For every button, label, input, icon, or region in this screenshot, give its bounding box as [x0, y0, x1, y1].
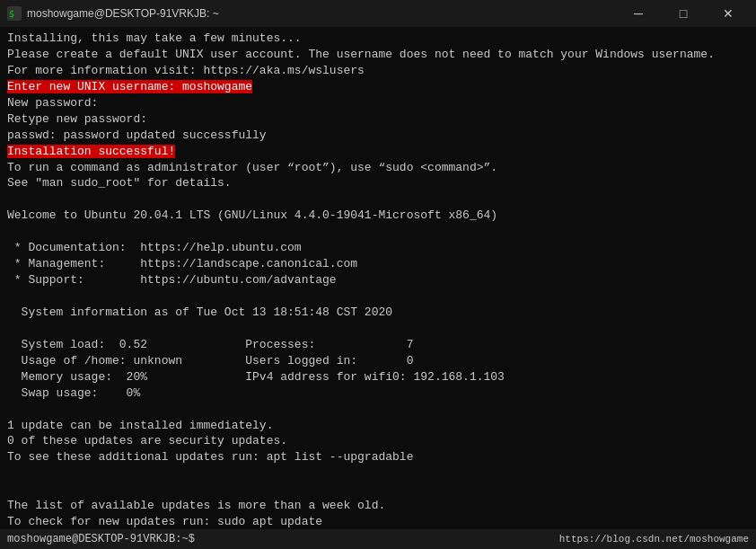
- bottom-bar: moshowgame@DESKTOP-91VRKJB:~$ https://bl…: [0, 529, 756, 549]
- terminal-line: Welcome to Ubuntu 20.04.1 LTS (GNU/Linux…: [7, 208, 749, 224]
- close-button[interactable]: ✕: [708, 0, 749, 27]
- terminal-line: Usage of /home: unknown Users logged in:…: [7, 353, 749, 369]
- terminal-line: * Management: https://landscape.canonica…: [7, 256, 749, 272]
- terminal-line: See "man sudo_root" for details.: [7, 175, 749, 191]
- terminal-line: passwd: password updated successfully: [7, 128, 749, 144]
- terminal-line: [7, 288, 749, 305]
- terminal-line: [7, 224, 749, 240]
- svg-text:$: $: [9, 9, 14, 19]
- terminal-line: * Support: https://ubuntu.com/advantage: [7, 272, 749, 288]
- terminal-window: $ moshowgame@DESKTOP-91VRKJB: ~ ─ □ ✕ In…: [0, 0, 756, 549]
- minimize-button[interactable]: ─: [618, 0, 659, 27]
- terminal-line: [7, 321, 749, 337]
- terminal-line: Memory usage: 20% IPv4 address for wifi0…: [7, 369, 749, 385]
- terminal-icon: $: [7, 6, 22, 21]
- terminal-line: 1 update can be installed immediately.: [7, 418, 749, 434]
- terminal-line: Please create a default UNIX user accoun…: [7, 47, 749, 63]
- titlebar-controls: ─ □ ✕: [618, 0, 749, 27]
- terminal-line: [7, 191, 749, 208]
- terminal-line: Installing, this may take a few minutes.…: [7, 31, 749, 47]
- terminal-line: [7, 482, 749, 498]
- bottom-prompt: moshowgame@DESKTOP-91VRKJB:~$: [7, 533, 195, 545]
- terminal-line: Swap usage: 0%: [7, 385, 749, 402]
- titlebar: $ moshowgame@DESKTOP-91VRKJB: ~ ─ □ ✕: [0, 0, 756, 27]
- terminal-line: [7, 402, 749, 418]
- maximize-button[interactable]: □: [663, 0, 704, 27]
- titlebar-title: moshowgame@DESKTOP-91VRKJB: ~: [27, 7, 219, 20]
- terminal-body[interactable]: Installing, this may take a few minutes.…: [0, 27, 756, 529]
- terminal-line: 0 of these updates are security updates.: [7, 433, 749, 449]
- terminal-line: Retype new password:: [7, 111, 749, 128]
- terminal-line: [7, 465, 749, 482]
- terminal-line: Installation successful!: [7, 144, 749, 160]
- terminal-line: To run a command as administrator (user …: [7, 160, 749, 176]
- terminal-line: For more information visit: https://aka.…: [7, 63, 749, 79]
- terminal-line: System load: 0.52 Processes: 7: [7, 337, 749, 353]
- terminal-output: Installing, this may take a few minutes.…: [7, 31, 749, 529]
- titlebar-left: $ moshowgame@DESKTOP-91VRKJB: ~: [7, 6, 219, 21]
- terminal-line: The list of available updates is more th…: [7, 498, 749, 514]
- terminal-line: System information as of Tue Oct 13 18:5…: [7, 305, 749, 321]
- terminal-line: Enter new UNIX username: moshowgame: [7, 79, 749, 95]
- terminal-line: To see these additional updates run: apt…: [7, 449, 749, 465]
- terminal-line: * Documentation: https://help.ubuntu.com: [7, 240, 749, 256]
- terminal-line: To check for new updates run: sudo apt u…: [7, 514, 749, 529]
- terminal-line: New password:: [7, 95, 749, 111]
- bottom-link: https://blog.csdn.net/moshowgame: [559, 534, 749, 545]
